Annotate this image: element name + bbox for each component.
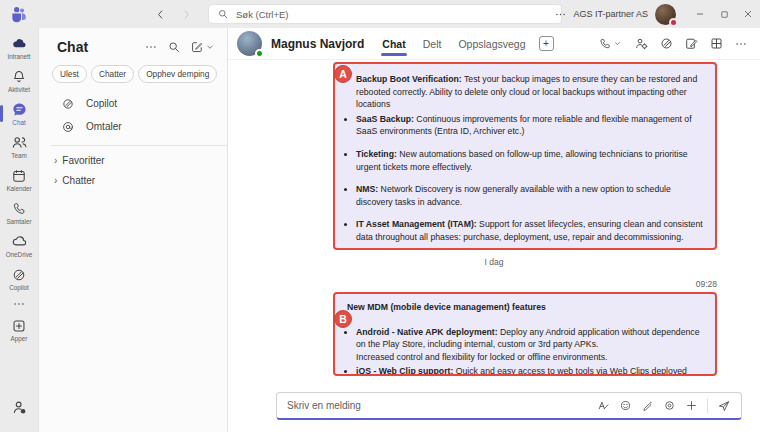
global-search[interactable] bbox=[208, 4, 562, 24]
user-avatar[interactable] bbox=[655, 4, 676, 25]
contact-avatar[interactable] bbox=[237, 31, 262, 56]
copilot-icon bbox=[61, 97, 75, 111]
org-name: AGS IT-partner AS bbox=[573, 9, 648, 19]
group-chatter[interactable]: › Chatter bbox=[39, 170, 227, 190]
bell-icon bbox=[11, 69, 27, 85]
search-input[interactable] bbox=[236, 9, 553, 20]
format-button[interactable] bbox=[597, 399, 610, 412]
message-bubble-a[interactable]: Backup Boot Verification: Test your back… bbox=[333, 62, 717, 250]
chat-search-icon[interactable] bbox=[167, 40, 181, 54]
chat-item-copilot[interactable]: Copilot bbox=[39, 92, 227, 115]
filter-unmute-pill[interactable]: Opphev demping bbox=[138, 65, 217, 83]
message-input[interactable] bbox=[277, 400, 597, 411]
tab-oppslagsvegg[interactable]: Oppslagsvegg bbox=[457, 29, 526, 59]
compose-box[interactable] bbox=[276, 392, 742, 420]
annotation-badge-a: A bbox=[334, 65, 352, 83]
cloud-icon bbox=[11, 35, 28, 52]
teams-logo-icon bbox=[0, 5, 38, 23]
apps-plus-icon bbox=[11, 318, 27, 334]
person-badge-icon bbox=[11, 399, 28, 416]
group-favoritter[interactable]: › Favoritter bbox=[39, 150, 227, 170]
app-rail: Intranett Aktivitet Chat Team Kalender S… bbox=[0, 28, 38, 432]
chevron-down-icon bbox=[205, 42, 215, 52]
chat-item-omtaler[interactable]: Omtaler bbox=[39, 115, 227, 138]
more-dots-icon bbox=[12, 297, 26, 311]
message-bullet: iOS - Web Clip support: Quick and easy a… bbox=[356, 365, 706, 376]
sidebar-item-aktivitet[interactable]: Aktivitet bbox=[0, 64, 38, 97]
titlebar: AGS IT-partner AS bbox=[0, 0, 760, 28]
phone-icon bbox=[11, 201, 27, 217]
sidebar-item-intranett[interactable]: Intranett bbox=[0, 31, 38, 64]
onedrive-cloud-icon bbox=[11, 233, 28, 250]
chat-list-panel: Chat Ulest Chatter Opphev demping bbox=[38, 28, 228, 432]
people-icon bbox=[11, 134, 28, 151]
compose-pen-icon bbox=[190, 40, 204, 54]
titlebar-more-button[interactable] bbox=[549, 8, 571, 21]
teams-app-window: AGS IT-partner AS Intranett Akt bbox=[0, 0, 760, 432]
sidebar-item-chat[interactable]: Chat bbox=[0, 97, 38, 130]
sidebar-item-copilot[interactable]: Copilot bbox=[0, 262, 38, 295]
notes-button[interactable] bbox=[684, 36, 699, 51]
chat-item-label: Copilot bbox=[86, 98, 117, 109]
sidebar-item-onedrive[interactable]: OneDrive bbox=[0, 229, 38, 262]
filter-unread-pill[interactable]: Ulest bbox=[52, 65, 87, 83]
loop-component-button[interactable] bbox=[663, 399, 676, 412]
new-chat-button[interactable] bbox=[190, 40, 215, 54]
chat-filters: Ulest Chatter Opphev demping bbox=[39, 62, 227, 92]
apps-grid-button[interactable] bbox=[709, 36, 724, 51]
busy-status-dot bbox=[669, 18, 678, 27]
pen-sparkle-button[interactable] bbox=[641, 399, 654, 412]
emoji-button[interactable] bbox=[619, 399, 632, 412]
date-divider: I dag bbox=[228, 257, 760, 267]
invite-people-button[interactable] bbox=[0, 394, 38, 420]
panel-title: Chat bbox=[57, 39, 144, 55]
panel-divider bbox=[51, 145, 227, 146]
sidebar-item-kalender[interactable]: Kalender bbox=[0, 163, 38, 196]
chat-bubble-icon bbox=[11, 101, 28, 118]
annotation-badge-b: B bbox=[334, 310, 352, 328]
nav-arrows bbox=[152, 6, 194, 22]
compose-divider bbox=[707, 398, 708, 413]
conversation-more-button[interactable] bbox=[734, 37, 748, 51]
message-b-bullets: Android - Native APK deployment: Deploy … bbox=[343, 326, 706, 376]
tab-chat[interactable]: Chat bbox=[381, 29, 406, 59]
copilot-icon bbox=[11, 267, 27, 283]
available-status-dot bbox=[255, 49, 264, 58]
chevron-down-icon bbox=[613, 39, 622, 48]
message-bullet: Ticketing: New automations based on foll… bbox=[356, 148, 706, 173]
conversation-tabs: Chat Delt Oppslagsvegg bbox=[381, 29, 526, 59]
conversation-pane: Magnus Navjord Chat Delt Oppslagsvegg + bbox=[228, 28, 760, 432]
add-people-button[interactable] bbox=[634, 36, 649, 51]
filter-chats-pill[interactable]: Chatter bbox=[91, 65, 134, 83]
message-list: Backup Boot Verification: Test your back… bbox=[228, 60, 760, 392]
minimize-button[interactable] bbox=[688, 0, 712, 28]
message-bullet: Backup Boot Verification: Test your back… bbox=[356, 73, 706, 111]
tab-delt[interactable]: Delt bbox=[422, 29, 443, 59]
back-button[interactable] bbox=[152, 6, 168, 22]
add-tab-button[interactable]: + bbox=[539, 36, 554, 51]
message-bullet: Android - Native APK deployment: Deploy … bbox=[356, 326, 706, 364]
forward-button[interactable] bbox=[178, 6, 194, 22]
message-timestamp: 09:28 bbox=[696, 279, 717, 289]
chat-item-label: Omtaler bbox=[86, 121, 122, 132]
chevron-right-icon: › bbox=[54, 175, 57, 186]
copilot-button[interactable] bbox=[659, 36, 674, 51]
filter-more-button[interactable] bbox=[144, 40, 158, 54]
calendar-icon bbox=[11, 168, 27, 184]
send-button[interactable] bbox=[717, 399, 731, 413]
message-bullet: SaaS Backup: Continuous improvements for… bbox=[356, 113, 706, 138]
contact-name[interactable]: Magnus Navjord bbox=[271, 37, 364, 51]
chevron-right-icon: › bbox=[54, 155, 57, 166]
sidebar-item-samtaler[interactable]: Samtaler bbox=[0, 196, 38, 229]
message-bubble-b[interactable]: New MDM (mobile device management) featu… bbox=[333, 292, 717, 376]
call-button[interactable] bbox=[598, 37, 622, 51]
close-button[interactable] bbox=[736, 0, 760, 28]
attach-plus-button[interactable] bbox=[685, 399, 698, 412]
rail-more-button[interactable] bbox=[0, 295, 38, 313]
mention-icon bbox=[61, 120, 75, 134]
titlebar-right: AGS IT-partner AS bbox=[549, 0, 760, 28]
sidebar-item-team[interactable]: Team bbox=[0, 130, 38, 163]
message-b-title: New MDM (mobile device management) featu… bbox=[347, 301, 706, 314]
maximize-button[interactable] bbox=[712, 0, 736, 28]
sidebar-item-apper[interactable]: Apper bbox=[0, 313, 38, 346]
